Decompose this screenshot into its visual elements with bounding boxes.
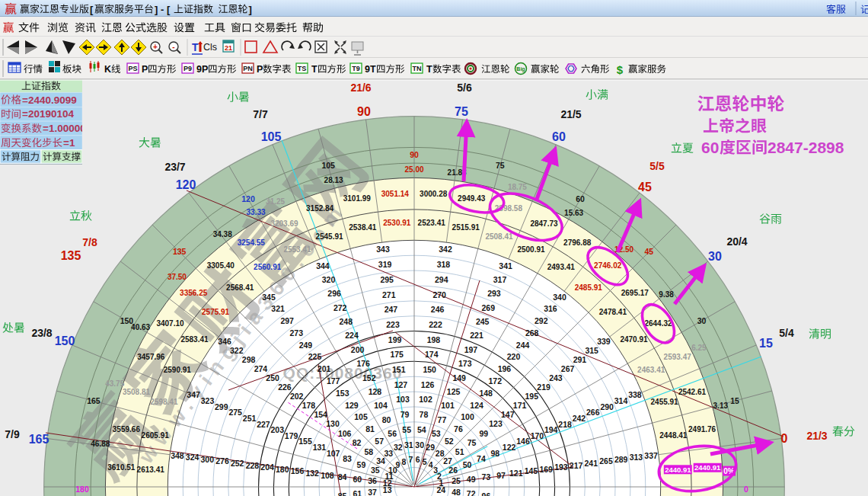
svg-text:31: 31 — [404, 440, 413, 450]
svg-text:=20190104: =20190104 — [22, 108, 74, 120]
svg-text:T: T — [426, 64, 432, 75]
svg-text:272: 272 — [333, 303, 347, 312]
svg-text:78: 78 — [420, 410, 429, 419]
svg-text:0: 0 — [781, 432, 788, 445]
svg-text:317: 317 — [493, 275, 507, 284]
svg-text:48: 48 — [452, 488, 461, 496]
svg-text:101: 101 — [441, 401, 455, 410]
svg-text:5/6: 5/6 — [457, 82, 472, 94]
svg-text:96: 96 — [482, 491, 491, 496]
svg-text:52: 52 — [445, 437, 454, 446]
svg-text:106: 106 — [338, 429, 352, 438]
svg-text:3508.81: 3508.81 — [123, 388, 151, 396]
svg-text:43.75: 43.75 — [105, 379, 124, 388]
svg-text:125: 125 — [447, 387, 461, 396]
svg-text:2553.41: 2553.41 — [283, 245, 311, 254]
svg-text:5/5: 5/5 — [649, 160, 665, 172]
svg-text:170: 170 — [531, 431, 544, 440]
svg-text:TS: TS — [298, 65, 307, 72]
svg-text:13: 13 — [383, 485, 392, 494]
svg-text:105: 105 — [354, 412, 368, 421]
svg-text:324: 324 — [186, 453, 199, 462]
svg-text:33.33: 33.33 — [246, 208, 265, 216]
svg-text:265: 265 — [599, 456, 613, 466]
svg-text:73: 73 — [482, 472, 491, 482]
svg-text:105: 105 — [261, 130, 282, 143]
svg-text:224: 224 — [345, 331, 359, 340]
svg-text:3407.10: 3407.10 — [156, 319, 184, 328]
svg-text:97: 97 — [496, 471, 506, 480]
svg-text:315: 315 — [585, 346, 598, 355]
svg-text:293: 293 — [487, 289, 501, 298]
svg-text:104: 104 — [374, 401, 388, 410]
svg-text:2613.41: 2613.41 — [137, 466, 165, 474]
svg-text:155: 155 — [298, 437, 312, 446]
svg-text:PS: PS — [128, 65, 137, 72]
svg-text:342: 342 — [439, 245, 452, 254]
svg-text:2470.91: 2470.91 — [620, 335, 648, 344]
svg-text:169: 169 — [539, 465, 553, 474]
svg-text:72: 72 — [467, 489, 476, 496]
svg-text:2478.41: 2478.41 — [599, 308, 627, 316]
svg-text:223: 223 — [386, 320, 400, 329]
svg-text:46.88: 46.88 — [91, 440, 110, 448]
svg-text:3.13: 3.13 — [713, 402, 729, 410]
svg-text:30: 30 — [697, 316, 707, 325]
svg-text:177: 177 — [327, 376, 340, 386]
svg-text:37.50: 37.50 — [168, 273, 187, 281]
svg-text:85: 85 — [338, 491, 347, 496]
svg-text:165: 165 — [87, 396, 101, 405]
svg-text:323: 323 — [201, 396, 215, 405]
svg-text:174: 174 — [425, 350, 439, 359]
svg-text:60: 60 — [576, 194, 585, 203]
svg-text:34: 34 — [376, 456, 385, 466]
svg-text:103: 103 — [396, 395, 410, 404]
svg-text:3457.96: 3457.96 — [137, 353, 165, 361]
svg-text:248: 248 — [340, 317, 353, 326]
svg-text:175: 175 — [390, 350, 404, 359]
svg-text:58: 58 — [364, 447, 373, 456]
svg-text:2515.91: 2515.91 — [452, 223, 480, 232]
svg-text:100: 100 — [461, 412, 474, 421]
svg-text:153: 153 — [336, 389, 349, 398]
svg-text:173: 173 — [458, 359, 472, 368]
svg-text:150: 150 — [120, 316, 134, 325]
svg-text:2538.41: 2538.41 — [349, 223, 377, 232]
svg-text:338: 338 — [628, 390, 642, 399]
svg-text:300: 300 — [201, 455, 215, 464]
svg-text:4: 4 — [429, 460, 433, 469]
svg-text:79: 79 — [400, 410, 410, 419]
svg-text:218: 218 — [558, 420, 572, 429]
svg-text:154: 154 — [314, 410, 327, 419]
svg-text:251: 251 — [243, 414, 257, 423]
svg-text:21/5: 21/5 — [560, 108, 581, 120]
svg-text:36: 36 — [368, 476, 377, 485]
svg-text:56: 56 — [388, 429, 397, 438]
svg-text:15: 15 — [730, 396, 739, 405]
svg-text:129: 129 — [345, 401, 359, 410]
svg-text:3356.25: 3356.25 — [180, 289, 208, 297]
svg-text:149: 149 — [452, 373, 466, 382]
svg-text:54: 54 — [417, 425, 426, 434]
svg-text:-: - — [172, 43, 174, 51]
svg-text:266: 266 — [586, 408, 600, 417]
svg-text:51: 51 — [455, 447, 464, 456]
svg-text:120: 120 — [241, 194, 255, 203]
svg-text:199: 199 — [388, 335, 402, 344]
svg-text:292: 292 — [535, 316, 548, 325]
svg-text:127: 127 — [394, 380, 408, 389]
svg-text:196: 196 — [498, 364, 512, 373]
svg-text:[: [ — [90, 4, 94, 15]
svg-text:180: 180 — [276, 465, 289, 474]
svg-text:2523.41: 2523.41 — [418, 219, 446, 227]
svg-text:128: 128 — [369, 387, 382, 396]
svg-text:3101.99: 3101.99 — [343, 194, 372, 203]
svg-text:2575.91: 2575.91 — [202, 308, 230, 316]
svg-text:171: 171 — [513, 401, 527, 410]
svg-text:2949.43: 2949.43 — [458, 194, 486, 203]
svg-text:270: 270 — [432, 290, 446, 299]
svg-text:75: 75 — [455, 105, 468, 118]
svg-text:245: 245 — [476, 317, 490, 326]
svg-text:195: 195 — [525, 392, 539, 401]
svg-text:226: 226 — [278, 382, 292, 392]
